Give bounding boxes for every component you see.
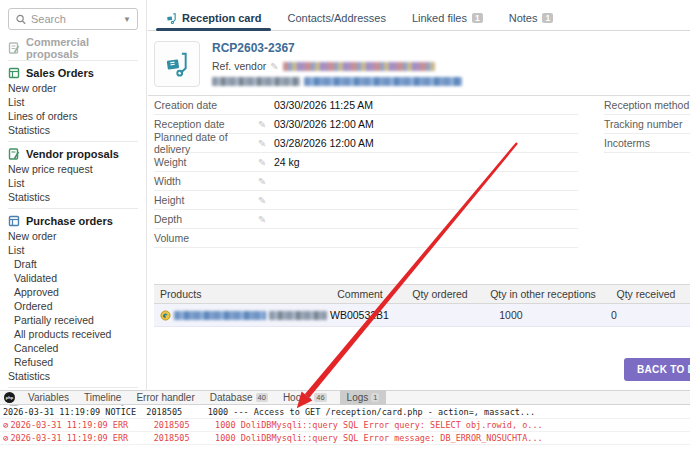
edit-pencil-icon[interactable]: ✎ [258, 157, 266, 168]
ref-vendor-line: Ref. vendor ✎ [212, 60, 462, 72]
field-value: 03/30/2026 12:00 AM [274, 118, 374, 130]
field-row-incoterms: Incoterms [604, 134, 690, 153]
card-tabbar: Reception card Contacts/Addresses Linked… [148, 0, 690, 31]
edit-pencil-icon[interactable]: ✎ [258, 138, 266, 149]
search-input[interactable] [31, 13, 120, 25]
sidebar-item-sales-new-order[interactable]: New order [0, 81, 146, 95]
tab-notes[interactable]: Notes 1 [497, 8, 565, 30]
sidebar-item-po-approved[interactable]: Approved [0, 285, 146, 299]
sidebar-label: Vendor proposals [26, 148, 119, 160]
chevron-down-icon[interactable]: ▼ [123, 15, 131, 24]
sidebar-item-po-new-order[interactable]: New order [0, 229, 146, 243]
sidebar-item-vendor-new-price-request[interactable]: New price request [0, 162, 146, 176]
product-cell: WB00532B1 [154, 309, 395, 321]
php-debugbar: php Variables Timeline Error handler Dat… [0, 390, 690, 405]
field-label: Incoterms [604, 137, 650, 149]
sidebar-item-sales-orders[interactable]: Sales Orders [0, 65, 146, 81]
debugbar-tab-error-handler[interactable]: Error handler [134, 390, 196, 405]
sidebar-item-vendor-statistics[interactable]: Statistics [0, 190, 146, 204]
edit-pencil-icon[interactable]: ✎ [258, 176, 266, 187]
debugbar-tab-variables[interactable]: Variables [26, 390, 71, 405]
tab-label: Contacts/Addresses [287, 12, 385, 24]
tab-reception-card[interactable]: Reception card [154, 8, 273, 30]
tab-contacts-addresses[interactable]: Contacts/Addresses [275, 8, 397, 30]
sidebar-item-po-partially-received[interactable]: Partially received [0, 313, 146, 327]
log-line-error: ⊘ 2026-03-31 11:19:09 ERR 2018505 1000 D… [0, 419, 690, 432]
tab-label: Reception card [182, 12, 261, 24]
sidebar-item-purchase-orders[interactable]: Purchase orders [0, 213, 146, 229]
col-products: Products [154, 288, 324, 300]
reception-card-page: Reception card Contacts/Addresses Linked… [148, 0, 690, 390]
field-label: Weight [154, 156, 258, 168]
sidebar-item-commercial-proposals[interactable]: Commercial proposals [0, 40, 146, 56]
linked-files-count-badge: 1 [472, 13, 483, 24]
sidebar-item-po-validated[interactable]: Validated [0, 271, 146, 285]
debugbar-logo-icon[interactable]: php [4, 392, 15, 403]
qty-ordered-cell: 1000 [467, 309, 555, 321]
sidebar-item-po-statistics[interactable]: Statistics [0, 369, 146, 383]
col-qty-other-receptions: Qty in other receptions [484, 288, 602, 300]
object-banner: RCP2603-2367 Ref. vendor ✎ [148, 31, 690, 95]
error-icon: ⊘ [3, 432, 8, 445]
error-icon: ⊘ [3, 419, 8, 432]
sidebar-item-po-canceled[interactable]: Canceled [0, 341, 146, 355]
field-row-planned-delivery: Planned date of delivery ✎ 03/28/2026 12… [154, 134, 578, 153]
vendor-proposal-icon [8, 148, 20, 160]
sidebar-item-sales-statistics[interactable]: Statistics [0, 123, 146, 137]
tab-label: Notes [509, 12, 538, 24]
products-table-header: Products Comment Qty ordered Qty in othe… [154, 284, 690, 304]
field-label: Creation date [154, 99, 258, 111]
sidebar-item-po-all-received[interactable]: All products received [0, 327, 146, 341]
field-row-reception-method: Reception method [604, 96, 690, 115]
products-table: Products Comment Qty ordered Qty in othe… [154, 284, 690, 327]
redacted-product-label [269, 311, 327, 320]
field-row-depth: Depth ✎ [154, 210, 578, 229]
field-row-creation-date: Creation date 03/30/2026 11:25 AM [154, 96, 578, 115]
object-ref[interactable]: RCP2603-2367 [212, 41, 462, 55]
sidebar-item-po-list[interactable]: List [0, 243, 146, 257]
field-label: Tracking number [604, 118, 682, 130]
orders-icon [8, 67, 20, 79]
field-label: Volume [154, 232, 258, 244]
edit-pencil-icon[interactable]: ✎ [258, 195, 266, 206]
debugbar-tab-timeline[interactable]: Timeline [82, 390, 123, 405]
debugbar-logs-panel: 2026-03-31 11:19:09 NOTICE 2018505 1000 … [0, 406, 690, 445]
sidebar-item-vendor-list[interactable]: List [0, 176, 146, 190]
fields-area: Creation date 03/30/2026 11:25 AM Recept… [148, 96, 690, 248]
sidebar-item-vendor-proposals[interactable]: Vendor proposals [0, 146, 146, 162]
field-row-volume: Volume [154, 229, 578, 248]
menu-separator [8, 60, 138, 61]
debugbar-tab-hooks[interactable]: Hooks 46 [281, 390, 329, 405]
redacted-thirdparty-link [304, 77, 462, 86]
field-value: 03/28/2026 12:00 AM [274, 137, 374, 149]
sidebar-item-sales-lines[interactable]: Lines of orders [0, 109, 146, 123]
sidebar-item-po-ordered[interactable]: Ordered [0, 299, 146, 313]
edit-pencil-icon[interactable]: ✎ [270, 61, 278, 72]
notes-count-badge: 1 [542, 13, 553, 24]
debugbar-tab-logs[interactable]: Logs 1 [340, 390, 387, 405]
database-count-badge: 40 [256, 393, 268, 402]
edit-pencil-icon[interactable]: ✎ [258, 119, 266, 130]
log-text: 2026-03-31 11:19:09 ERR 2018505 1000 Dol… [10, 432, 542, 445]
tab-linked-files[interactable]: Linked files 1 [400, 8, 495, 30]
back-to-draft-button[interactable]: BACK TO DRAFT [624, 358, 690, 381]
product-icon [160, 310, 171, 321]
col-qty-received: Qty received [602, 288, 690, 300]
sidebar-item-po-draft[interactable]: Draft [0, 257, 146, 271]
field-label: Depth [154, 213, 258, 225]
sidebar-item-po-refused[interactable]: Refused [0, 355, 146, 369]
field-value: 03/30/2026 11:25 AM [274, 99, 373, 111]
field-label: Reception method [604, 99, 689, 111]
redacted-thirdparty [212, 77, 300, 86]
hooks-count-badge: 46 [314, 393, 326, 402]
left-menu: ▼ Commercial proposals Sales Orders New … [0, 0, 147, 390]
sidebar-item-sales-list[interactable]: List [0, 95, 146, 109]
field-value: 24 kg [274, 156, 300, 168]
edit-pencil-icon[interactable]: ✎ [258, 214, 266, 225]
col-qty-ordered: Qty ordered [396, 288, 484, 300]
object-photo [154, 41, 200, 87]
field-label: Width [154, 175, 258, 187]
search-combobox[interactable]: ▼ [8, 8, 138, 30]
debugbar-tab-database[interactable]: Database 40 [208, 390, 270, 405]
field-row-height: Height ✎ [154, 191, 578, 210]
